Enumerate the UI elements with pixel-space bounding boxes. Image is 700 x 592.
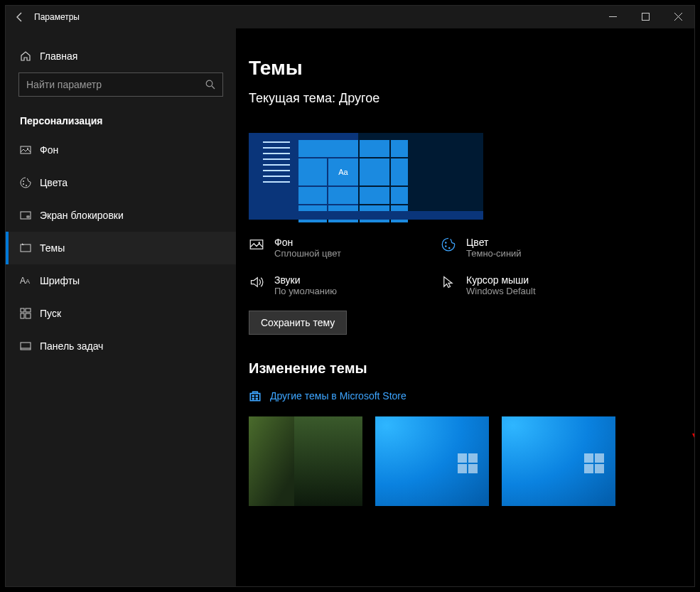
- sidebar-item-label: Панель задач: [40, 340, 103, 352]
- themes-icon: [20, 242, 40, 254]
- prop-title: Курсор мыши: [466, 274, 536, 286]
- save-theme-button[interactable]: Сохранить тему: [249, 311, 347, 335]
- preview-aa-tile: Aa: [328, 158, 358, 185]
- sidebar-item-label: Экран блокировки: [40, 210, 124, 221]
- svg-rect-15: [26, 313, 31, 318]
- prop-title: Звуки: [274, 274, 337, 286]
- back-button[interactable]: [6, 11, 34, 23]
- theme-prop-cursor[interactable]: Курсор мышиWindows Default: [441, 274, 632, 296]
- theme-thumb-3[interactable]: [502, 416, 615, 506]
- prop-value: По умолчанию: [274, 286, 337, 296]
- change-theme-heading: Изменение темы: [249, 360, 694, 377]
- sidebar-item-fonts[interactable]: AA Шрифты: [6, 264, 236, 297]
- svg-rect-11: [21, 244, 31, 252]
- search-input[interactable]: Найти параметр: [18, 72, 223, 97]
- start-icon: [20, 308, 40, 319]
- palette-icon: [441, 237, 456, 252]
- prop-value: Windows Default: [466, 286, 536, 296]
- theme-preview: Aa: [249, 133, 483, 220]
- scroll-down-annotation: [689, 245, 694, 458]
- main-content: Темы Текущая тема: Другое Aa ФонСплош: [236, 28, 694, 586]
- theme-prop-color[interactable]: ЦветТемно-синий: [441, 237, 632, 259]
- theme-properties: ФонСплошной цвет ЦветТемно-синий ЗвукиПо…: [249, 237, 694, 296]
- svg-point-19: [259, 242, 261, 244]
- picture-icon: [249, 237, 264, 252]
- prop-value: Темно-синий: [466, 248, 522, 259]
- svg-rect-23: [252, 395, 254, 397]
- taskbar-icon: [20, 340, 40, 352]
- sidebar-item-themes[interactable]: Темы: [6, 232, 236, 264]
- theme-thumb-1[interactable]: [249, 416, 362, 506]
- maximize-button[interactable]: [629, 6, 662, 28]
- fonts-icon: AA: [20, 276, 40, 286]
- svg-point-22: [448, 247, 451, 249]
- search-placeholder: Найти параметр: [26, 79, 205, 90]
- sidebar: Главная Найти параметр Персонализация Фо…: [6, 28, 236, 586]
- sidebar-item-label: Темы: [40, 242, 65, 254]
- titlebar: Параметры: [6, 6, 694, 28]
- sidebar-item-taskbar[interactable]: Панель задач: [6, 330, 236, 362]
- current-theme-line: Текущая тема: Другое: [249, 91, 694, 106]
- minimize-button[interactable]: [596, 6, 629, 28]
- sidebar-item-label: Фон: [40, 144, 58, 156]
- svg-rect-4: [21, 146, 31, 154]
- current-theme-prefix: Текущая тема:: [249, 91, 339, 105]
- sidebar-item-label: Цвета: [40, 177, 68, 188]
- svg-rect-12: [21, 308, 24, 312]
- sidebar-section-title: Персонализация: [6, 102, 236, 134]
- sidebar-item-colors[interactable]: Цвета: [6, 166, 236, 199]
- svg-point-6: [23, 181, 24, 182]
- svg-rect-25: [252, 398, 254, 400]
- svg-rect-1: [642, 14, 649, 21]
- svg-point-8: [26, 185, 27, 186]
- prop-value: Сплошной цвет: [274, 248, 341, 259]
- svg-rect-18: [250, 240, 263, 249]
- page-title: Темы: [249, 57, 694, 80]
- sidebar-home-label: Главная: [40, 50, 77, 62]
- sidebar-item-background[interactable]: Фон: [6, 134, 236, 166]
- theme-gallery: [249, 416, 694, 506]
- svg-point-21: [445, 245, 447, 247]
- window-title: Параметры: [34, 12, 596, 22]
- svg-rect-13: [26, 308, 31, 312]
- sidebar-item-start[interactable]: Пуск: [6, 297, 236, 330]
- sidebar-item-label: Пуск: [40, 308, 61, 319]
- store-link-text: Другие темы в Microsoft Store: [270, 390, 406, 402]
- current-theme-value: Другое: [339, 91, 379, 105]
- svg-line-3: [212, 86, 215, 89]
- sidebar-item-lockscreen[interactable]: Экран блокировки: [6, 199, 236, 232]
- svg-point-20: [445, 242, 447, 244]
- search-icon: [205, 80, 215, 90]
- prop-title: Цвет: [466, 237, 522, 248]
- theme-prop-sounds[interactable]: ЗвукиПо умолчанию: [249, 274, 441, 296]
- theme-prop-background[interactable]: ФонСплошной цвет: [249, 237, 441, 259]
- theme-thumb-2[interactable]: [375, 416, 489, 506]
- store-link[interactable]: Другие темы в Microsoft Store: [249, 389, 694, 402]
- lockscreen-icon: [20, 210, 40, 221]
- settings-window: Параметры Главная Найти параметр: [5, 5, 695, 587]
- cursor-icon: [441, 274, 456, 290]
- store-icon: [249, 389, 262, 402]
- picture-icon: [20, 144, 40, 156]
- svg-point-2: [206, 80, 212, 87]
- svg-rect-10: [27, 216, 29, 217]
- svg-point-5: [27, 148, 28, 149]
- sidebar-home[interactable]: Главная: [6, 40, 236, 72]
- sound-icon: [249, 274, 264, 290]
- svg-rect-24: [256, 395, 258, 397]
- caption-buttons: [596, 6, 694, 28]
- palette-icon: [20, 177, 40, 188]
- svg-point-7: [23, 183, 24, 185]
- sidebar-item-label: Шрифты: [40, 275, 80, 286]
- svg-rect-26: [256, 398, 258, 400]
- prop-title: Фон: [274, 237, 341, 248]
- close-button[interactable]: [662, 6, 694, 28]
- svg-rect-14: [21, 313, 24, 318]
- home-icon: [20, 50, 40, 62]
